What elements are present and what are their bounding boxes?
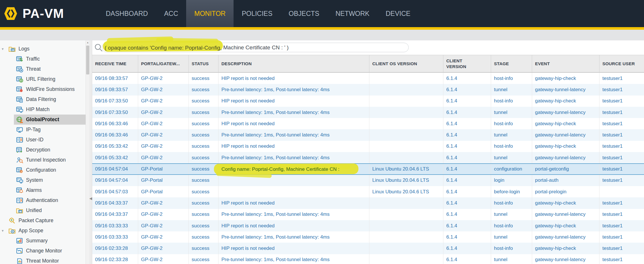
sidebar-item-threat-monitor[interactable]: Threat Monitor: [0, 256, 86, 264]
nav-tab-device[interactable]: DEVICE: [377, 0, 419, 27]
cell-receive-time[interactable]: 09/16 05:33:42: [92, 141, 138, 152]
collapse-arrow-icon[interactable]: ◀: [89, 196, 92, 201]
cell-status[interactable]: success: [189, 231, 219, 243]
table-row[interactable]: 09/16 03:33:33GP-GW-2successHIP report i…: [92, 220, 644, 231]
cell-portal-gateway[interactable]: GP-GW-2: [138, 197, 189, 209]
table-row[interactable]: 09/16 04:33:37GP-GW-2successHIP report i…: [92, 197, 644, 209]
cell-client-version[interactable]: 6.1.4: [443, 129, 491, 141]
cell-source-user[interactable]: testuser1: [599, 107, 644, 118]
cell-portal-gateway[interactable]: GP-GW-2: [138, 73, 189, 84]
cell-event[interactable]: gateway-hip-check: [532, 197, 599, 209]
cell-source-user[interactable]: testuser1: [599, 118, 644, 129]
sidebar-item-traffic[interactable]: Traffic: [0, 54, 86, 64]
cell-event[interactable]: gateway-hip-check: [532, 220, 599, 231]
sidebar-item-app-scope[interactable]: ▾App Scope: [0, 226, 86, 236]
cell-event[interactable]: gateway-tunnel-latency: [532, 209, 599, 220]
sidebar-item-hip-match[interactable]: HIP Match: [0, 104, 86, 115]
cell-event[interactable]: gateway-tunnel-latency: [532, 152, 599, 163]
cell-portal-gateway[interactable]: GP-GW-2: [138, 84, 189, 95]
cell-status[interactable]: success: [189, 96, 219, 107]
sidebar-item-url-filtering[interactable]: URL Filtering: [0, 74, 86, 84]
sidebar-item-configuration[interactable]: Configuration: [0, 165, 86, 175]
cell-event[interactable]: gateway-hip-check: [532, 243, 599, 254]
cell-description[interactable]: Pre-tunnel latency: 1ms, Post-tunnel lat…: [219, 107, 369, 118]
cell-receive-time[interactable]: 09/16 07:33:50: [92, 107, 138, 118]
cell-event[interactable]: gateway-hip-check: [532, 141, 599, 152]
cell-receive-time[interactable]: 09/16 06:33:46: [92, 118, 138, 129]
cell-receive-time[interactable]: 09/16 02:33:28: [92, 243, 138, 254]
chevron-expanded-icon[interactable]: ▾: [2, 47, 6, 51]
cell-stage[interactable]: tunnel: [491, 84, 532, 95]
cell-portal-gateway[interactable]: GP-GW-2: [138, 141, 189, 152]
cell-event[interactable]: gateway-hip-check: [532, 96, 599, 107]
sidebar-item-decryption[interactable]: Decryption: [0, 145, 86, 155]
cell-status[interactable]: success: [189, 243, 219, 254]
cell-stage[interactable]: before-login: [491, 186, 532, 197]
cell-description[interactable]: HIP report is not needed: [219, 96, 369, 107]
cell-portal-gateway[interactable]: GP-GW-2: [138, 243, 189, 254]
cell-receive-time[interactable]: 09/16 08:33:57: [92, 73, 138, 84]
table-row[interactable]: 09/16 06:33:46GP-GW-2successHIP report i…: [92, 118, 644, 129]
nav-tab-acc[interactable]: ACC: [156, 0, 186, 27]
cell-status[interactable]: success: [189, 186, 219, 197]
cell-receive-time[interactable]: 09/16 06:33:46: [92, 129, 138, 141]
sidebar-item-authentication[interactable]: Authentication: [0, 195, 86, 205]
nav-tab-network[interactable]: NETWORK: [327, 0, 378, 27]
cell-receive-time[interactable]: 09/16 04:57:04: [92, 164, 138, 174]
cell-stage[interactable]: tunnel: [491, 254, 532, 264]
table-row[interactable]: 09/16 08:33:57GP-GW-2successPre-tunnel l…: [92, 84, 644, 95]
cell-portal-gateway[interactable]: GP-GW-2: [138, 129, 189, 141]
cell-client-version[interactable]: 6.1.4: [443, 243, 491, 254]
cell-source-user[interactable]: testuser1: [599, 254, 644, 264]
cell-client-version[interactable]: 6.1.4: [443, 197, 491, 209]
cell-portal-gateway[interactable]: GP-GW-2: [138, 96, 189, 107]
column-header-stage[interactable]: STAGE: [491, 55, 532, 72]
sidebar-item-system[interactable]: System: [0, 175, 86, 185]
cell-client-os-version[interactable]: Linux Ubuntu 20.04.6 LTS: [369, 186, 443, 197]
cell-event[interactable]: gateway-hip-check: [532, 118, 599, 129]
cell-receive-time[interactable]: 09/16 03:33:33: [92, 220, 138, 231]
cell-receive-time[interactable]: 09/16 03:33:33: [92, 231, 138, 243]
cell-source-user[interactable]: testuser1: [599, 164, 644, 174]
cell-stage[interactable]: tunnel: [491, 209, 532, 220]
column-header-event[interactable]: EVENT: [532, 55, 599, 72]
cell-description[interactable]: HIP report is not needed: [219, 243, 369, 254]
sidebar-item-unified[interactable]: Unified: [0, 205, 86, 216]
cell-event[interactable]: gateway-tunnel-latency: [532, 107, 599, 118]
cell-source-user[interactable]: testuser1: [599, 243, 644, 254]
cell-status[interactable]: success: [189, 129, 219, 141]
cell-stage[interactable]: host-info: [491, 220, 532, 231]
sidebar-item-threat[interactable]: Threat: [0, 64, 86, 74]
cell-client-os-version[interactable]: Linux Ubuntu 20.04.6 LTS: [369, 175, 443, 186]
chevron-expanded-icon[interactable]: ▾: [2, 229, 6, 233]
cell-stage[interactable]: configuration: [491, 164, 532, 174]
cell-client-version[interactable]: 6.1.4: [443, 107, 491, 118]
cell-source-user[interactable]: testuser1: [599, 175, 644, 186]
table-row[interactable]: 09/16 06:33:46GP-GW-2successPre-tunnel l…: [92, 129, 644, 141]
cell-stage[interactable]: host-info: [491, 243, 532, 254]
table-row[interactable]: 09/16 02:33:28GP-GW-2successPre-tunnel l…: [92, 254, 644, 264]
cell-client-os-version[interactable]: Linux Ubuntu 20.04.6 LTS: [369, 164, 443, 174]
sidebar-scrollbar[interactable]: ▲: [86, 40, 89, 264]
cell-client-version[interactable]: 6.1.4: [443, 209, 491, 220]
cell-event[interactable]: gateway-tunnel-latency: [532, 254, 599, 264]
cell-status[interactable]: success: [189, 254, 219, 264]
cell-status[interactable]: success: [189, 152, 219, 163]
sidebar-item-logs[interactable]: ▾Logs: [0, 44, 86, 54]
cell-client-version[interactable]: 6.1.4: [443, 84, 491, 95]
cell-client-version[interactable]: 6.1.4: [443, 164, 491, 174]
cell-client-version[interactable]: 6.1.4: [443, 152, 491, 163]
table-row[interactable]: 09/16 04:57:04GP-PortalsuccessConfig nam…: [92, 163, 644, 175]
cell-receive-time[interactable]: 09/16 04:33:37: [92, 209, 138, 220]
cell-client-version[interactable]: 6.1.4: [443, 231, 491, 243]
cell-source-user[interactable]: testuser1: [599, 96, 644, 107]
cell-stage[interactable]: host-info: [491, 197, 532, 209]
cell-event[interactable]: portal-getconfig: [532, 164, 599, 174]
cell-source-user[interactable]: testuser1: [599, 141, 644, 152]
table-row[interactable]: 09/16 07:33:50GP-GW-2successPre-tunnel l…: [92, 107, 644, 118]
cell-description[interactable]: HIP report is not needed: [219, 220, 369, 231]
sidebar-item-data-filtering[interactable]: Data Filtering: [0, 94, 86, 104]
cell-status[interactable]: success: [189, 175, 219, 186]
sidebar-item-packet-capture[interactable]: Packet Capture: [0, 216, 86, 226]
cell-stage[interactable]: tunnel: [491, 231, 532, 243]
